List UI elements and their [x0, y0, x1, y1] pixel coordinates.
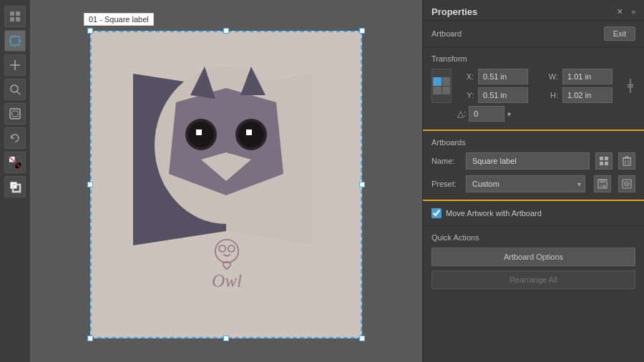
preset-field-label: Preset:: [431, 180, 460, 188]
layers-tool[interactable]: [4, 6, 26, 27]
preset-dropdown[interactable]: Custom: [466, 175, 585, 192]
artboard-tool[interactable]: [4, 30, 26, 52]
move-artwork-label: Move Artwork with Artboard: [446, 209, 542, 217]
svg-rect-4: [11, 36, 19, 45]
quick-actions-title: Quick Actions: [431, 233, 635, 242]
angle-label: △:: [457, 109, 466, 119]
handle-tl[interactable]: [87, 28, 93, 34]
transform-title: Transform: [431, 54, 635, 63]
exit-button[interactable]: Exit: [604, 26, 635, 41]
close-icon[interactable]: ×: [617, 6, 623, 17]
svg-rect-14: [12, 111, 18, 117]
select-tool[interactable]: [4, 54, 26, 76]
artboard-container: Owl: [90, 31, 362, 338]
undo-tool[interactable]: [4, 127, 26, 149]
h-input[interactable]: [562, 87, 613, 103]
svg-line-12: [17, 92, 20, 94]
angle-input[interactable]: [469, 106, 504, 122]
svg-rect-49: [603, 185, 605, 187]
w-label: W:: [540, 72, 558, 81]
canvas-area: 01 - Square label: [30, 0, 422, 362]
handle-bc[interactable]: [223, 336, 229, 341]
w-input[interactable]: [562, 69, 613, 84]
hand-tool[interactable]: [4, 103, 26, 124]
svg-rect-38: [605, 162, 608, 165]
handle-br[interactable]: [359, 336, 365, 341]
move-artwork-section: Move Artwork with Artboard: [423, 201, 644, 226]
artboards-section-label: Artboards: [431, 138, 635, 147]
panel-header: Properties × »: [423, 0, 644, 21]
artboards-panel-section: Artboards Name:: [423, 129, 644, 201]
handle-mr[interactable]: [359, 182, 365, 187]
svg-rect-30: [246, 129, 252, 135]
svg-rect-1: [16, 11, 20, 16]
svg-text:Owl: Owl: [212, 271, 242, 290]
svg-rect-39: [623, 158, 630, 165]
svg-rect-2: [10, 17, 14, 21]
transform-origin-icon[interactable]: [431, 69, 452, 103]
collapse-icon[interactable]: »: [631, 8, 635, 16]
artboard-section-label: Artboard: [431, 29, 462, 38]
name-row: Name:: [431, 152, 635, 170]
preset-row: Preset: Custom ▾: [431, 175, 635, 192]
left-toolbar: [0, 0, 30, 362]
svg-rect-17: [9, 162, 15, 168]
save-artboard-icon[interactable]: [594, 175, 611, 192]
handle-bl[interactable]: [87, 336, 93, 341]
h-label: H:: [540, 91, 558, 99]
svg-rect-13: [10, 109, 20, 119]
svg-point-11: [11, 85, 18, 92]
artboard-header-section: Artboard Exit: [423, 21, 644, 47]
artboard-options-button[interactable]: Artboard Options: [431, 248, 635, 266]
svg-rect-18: [15, 157, 21, 162]
svg-rect-37: [600, 162, 603, 165]
name-field-label: Name:: [431, 157, 460, 165]
link-proportions-icon[interactable]: [625, 69, 635, 103]
artboard-name-input[interactable]: [466, 152, 590, 170]
angle-dropdown-icon[interactable]: ▾: [507, 110, 511, 118]
angle-row: △: ▾: [431, 106, 635, 122]
svg-rect-36: [605, 157, 608, 160]
y-label: Y:: [457, 91, 474, 99]
y-input[interactable]: [478, 87, 528, 103]
artboard-rearrange-icon[interactable]: [595, 152, 613, 170]
svg-rect-3: [16, 17, 20, 21]
owl-illustration: Owl: [90, 31, 362, 338]
svg-point-52: [626, 183, 628, 185]
quick-actions-section: Quick Actions Artboard Options Rearrange…: [423, 226, 644, 296]
artboard-delete-icon[interactable]: [618, 152, 635, 170]
x-label: X:: [457, 72, 474, 81]
svg-rect-47: [600, 180, 605, 183]
svg-rect-35: [600, 157, 603, 160]
transform-section: Transform X: W: Y: H:: [423, 47, 644, 129]
fill-color-tool[interactable]: [4, 152, 26, 173]
handle-tc[interactable]: [223, 28, 229, 34]
svg-rect-0: [10, 11, 14, 16]
x-input[interactable]: [478, 69, 528, 84]
right-panel: Properties × » Artboard Exit Transform X…: [422, 0, 644, 362]
artboard-label-text: 01 - Square label: [89, 15, 149, 24]
svg-rect-27: [196, 129, 202, 135]
zoom-tool[interactable]: [4, 79, 26, 100]
artboard-label: 01 - Square label: [84, 13, 154, 26]
rearrange-all-button: Rearrange All: [431, 270, 635, 289]
handle-ml[interactable]: [87, 182, 93, 187]
color-tool-2[interactable]: [4, 176, 26, 197]
save-preset-icon[interactable]: [618, 175, 635, 192]
panel-title: Properties: [431, 6, 477, 17]
handle-tr[interactable]: [359, 28, 365, 34]
move-artwork-checkbox[interactable]: [431, 208, 441, 218]
